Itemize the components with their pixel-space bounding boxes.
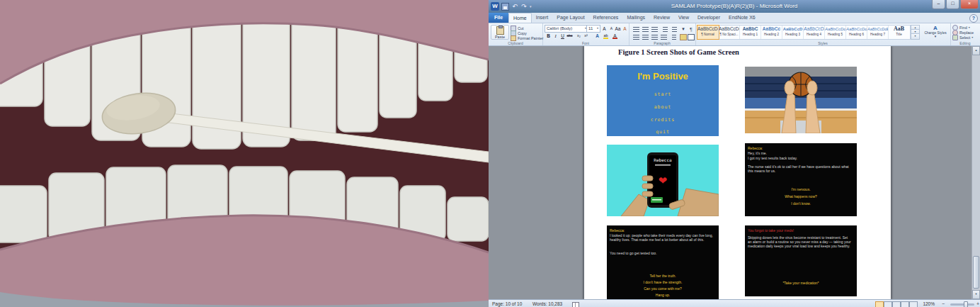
proofing-icon[interactable]	[572, 302, 579, 307]
menu-item-start: start	[607, 91, 719, 97]
tab-mailings[interactable]: Mailings	[622, 13, 649, 23]
tab-file[interactable]: File	[489, 13, 508, 23]
word-app-icon[interactable]: W	[491, 2, 499, 11]
align-right-icon	[651, 35, 658, 40]
styles-group: AaBbCcDc¶ Normal AaBbCcDc¶ No Spaci... A…	[695, 23, 951, 45]
format-painter-icon	[511, 35, 516, 41]
save-button[interactable]	[501, 3, 509, 11]
screenshot-dialog-3[interactable]: You forgot to take your meds! Skipping d…	[745, 225, 857, 296]
word-count[interactable]: Words: 10,283	[532, 300, 562, 307]
find-button[interactable]: Find ▾	[952, 25, 970, 30]
style-normal[interactable]: AaBbCcDc¶ Normal	[697, 26, 719, 39]
tab-references[interactable]: References	[589, 13, 623, 23]
bullets-icon	[633, 27, 639, 32]
scroll-up-button[interactable]: ▲	[972, 46, 980, 55]
tab-home[interactable]: Home	[508, 13, 532, 23]
style-heading1[interactable]: AaBbCHeading 1	[740, 26, 761, 39]
dialog-line: Skipping doses lets the virus become res…	[748, 235, 853, 248]
screenshot-basketball[interactable]	[745, 67, 857, 133]
dialog-line: I got my test results back today.	[748, 156, 853, 160]
style-heading4[interactable]: AaBbCcDdHeading 4	[804, 26, 825, 39]
select-button[interactable]: Select ▾	[952, 35, 973, 40]
ribbon-tab-row: File Home Insert Page Layout References …	[489, 13, 980, 23]
page-count[interactable]: Page: 10 of 10	[492, 300, 522, 307]
align-center-button[interactable]	[640, 33, 650, 41]
menu-item-quit: quit	[607, 129, 719, 135]
contact-name: Rebecca	[654, 157, 672, 162]
game-window[interactable]	[0, 0, 489, 307]
title-bar[interactable]: W ↶ ↷ ▾ SAMLAM Prototype(B)(A)R(2)(B) - …	[489, 0, 980, 13]
heart-icon: ❤	[659, 174, 668, 186]
undo-button[interactable]: ↶	[511, 2, 518, 11]
multilevel-list-icon	[651, 27, 658, 32]
gallery-more-button[interactable]: ▾	[911, 33, 920, 40]
screenshot-dialog-1[interactable]: Rebecca: Hey, it's me. I got my test res…	[745, 143, 857, 216]
text-effects-button[interactable]: A	[593, 32, 601, 40]
style-heading3[interactable]: AaBbCcDHeading 3	[782, 26, 804, 39]
zoom-slider[interactable]	[950, 303, 974, 306]
redo-button[interactable]: ↷	[520, 2, 528, 11]
screenshot-phone[interactable]: Rebecca ❤	[607, 145, 719, 216]
chevron-down-icon: ▾	[597, 26, 598, 31]
style-no-spacing[interactable]: AaBbCcDc¶ No Spaci...	[719, 26, 740, 39]
highlight-button[interactable]: ab	[602, 32, 610, 40]
game-title: I'm Positive	[607, 71, 719, 82]
align-left-icon	[633, 35, 639, 40]
maximize-button[interactable]: □	[946, 0, 959, 9]
tab-review[interactable]: Review	[649, 13, 674, 23]
editing-group: Find ▾ Replace Select ▾ Editing	[950, 23, 980, 45]
tab-endnote[interactable]: EndNote X6	[724, 13, 760, 23]
screen: W ↶ ↷ ▾ SAMLAM Prototype(B)(A)R(2)(B) - …	[0, 0, 980, 307]
style-heading6[interactable]: AaBbCcDdHeading 6	[846, 26, 867, 39]
dialog-speaker: Rebecca:	[748, 146, 763, 150]
alert-header: You forgot to take your meds!	[748, 228, 794, 233]
view-outline-button[interactable]	[901, 301, 909, 307]
align-right-button[interactable]	[649, 33, 659, 41]
window-title: SAMLAM Prototype(B)(A)R(2)(B) - Microsof…	[531, 0, 938, 13]
view-draft-button[interactable]	[909, 301, 918, 307]
style-title[interactable]: AaBTitle	[889, 26, 909, 39]
style-heading7[interactable]: AaBbCcDdEHeading 7	[867, 26, 889, 39]
tab-page-layout[interactable]: Page Layout	[552, 13, 588, 23]
borders-icon	[688, 34, 695, 40]
paste-button[interactable]: Paste	[491, 25, 509, 40]
zoom-out-button[interactable]: −	[942, 300, 945, 307]
paragraph-group-label: Paragraph	[629, 41, 695, 45]
format-painter-button[interactable]: Format Painter	[511, 35, 543, 40]
phone-scene: Rebecca ❤	[607, 145, 719, 216]
help-icon[interactable]: ?	[969, 14, 978, 23]
dialog-option: I don't have the strength.	[607, 280, 719, 284]
document-page[interactable]: Figure 1 Screen Shots of Game Screen I'm…	[584, 46, 891, 299]
scrollbar-thumb[interactable]	[973, 256, 979, 289]
zoom-slider-thumb[interactable]	[964, 301, 968, 307]
vertical-scrollbar[interactable]: ▲ ▼	[972, 46, 980, 299]
style-heading5[interactable]: AaBbCcDdHeading 5	[825, 26, 846, 39]
font-color-button[interactable]: A	[611, 32, 619, 40]
style-heading2[interactable]: AaBbCcHeading 2	[761, 26, 782, 39]
justify-button[interactable]	[659, 33, 668, 41]
replace-button[interactable]: Replace	[952, 30, 974, 35]
strikethrough-button[interactable]: abc	[566, 32, 574, 40]
minimize-button[interactable]: –	[932, 0, 945, 9]
window-controls: – □ ×	[931, 0, 979, 9]
view-web-layout-button[interactable]	[892, 301, 901, 307]
view-print-layout-button[interactable]	[875, 301, 884, 307]
change-styles-button[interactable]: A Change Styles ▾	[922, 25, 949, 40]
close-button[interactable]: ×	[960, 0, 979, 9]
clear-formatting-button[interactable]: A	[621, 25, 629, 33]
styles-group-label: Styles	[695, 41, 950, 45]
dialog-option: I don't know.	[745, 201, 857, 206]
line-spacing-button[interactable]	[669, 33, 679, 41]
view-fullscreen-button[interactable]	[884, 301, 892, 307]
screenshot-dialog-2[interactable]: Rebecca: I looked it up; people who take…	[607, 225, 719, 299]
zoom-level[interactable]: 120%	[923, 300, 935, 307]
scroll-down-button[interactable]: ▼	[972, 290, 980, 299]
tab-insert[interactable]: Insert	[532, 13, 553, 23]
screenshot-title-menu[interactable]: I'm Positive start about credits quit	[607, 65, 719, 136]
zoom-in-button[interactable]: +	[976, 300, 979, 307]
align-left-button[interactable]	[631, 33, 641, 41]
borders-button[interactable]	[686, 33, 696, 41]
superscript-button[interactable]: x²	[582, 32, 590, 40]
tab-developer[interactable]: Developer	[693, 13, 724, 23]
tab-view[interactable]: View	[674, 13, 693, 23]
